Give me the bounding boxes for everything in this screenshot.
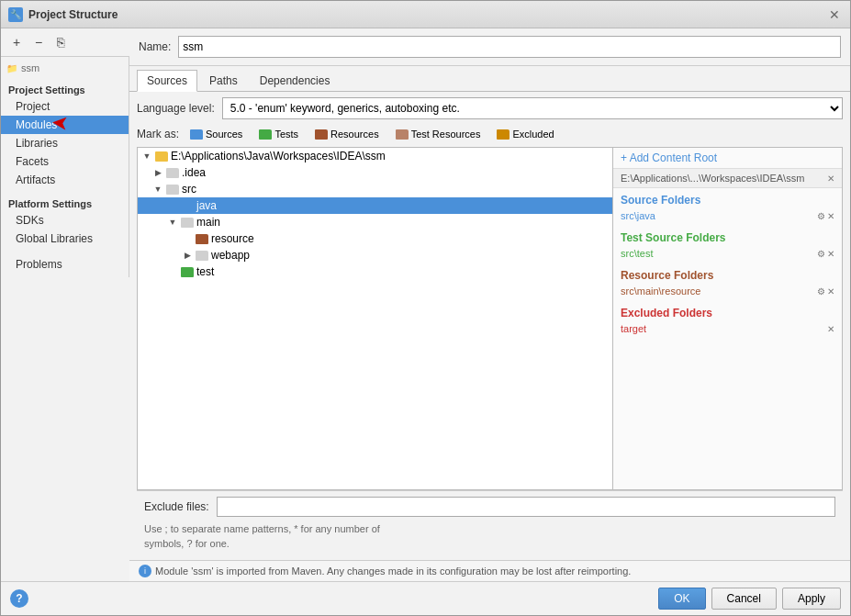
tree-resource-item[interactable]: resource	[138, 230, 612, 247]
test-folder-item: src\test ⚙ ✕	[621, 247, 834, 260]
main-content: + − ⎘ 📁 ssm Project Settings Project Mod…	[1, 28, 850, 581]
toggle-test[interactable]	[167, 266, 178, 277]
tab-dependencies[interactable]: Dependencies	[250, 70, 341, 91]
exclude-files-label: Exclude files:	[144, 500, 209, 513]
test-folder-icon	[181, 267, 194, 277]
mark-excluded-label: Excluded	[512, 129, 554, 140]
tab-paths[interactable]: Paths	[199, 70, 248, 91]
apply-button[interactable]: Apply	[782, 588, 841, 610]
remove-module-button[interactable]: −	[28, 32, 49, 52]
root-path-text: E:\Applications\...\Workspaces\IDEA\ssm	[621, 173, 804, 184]
mark-excluded-button[interactable]: Excluded	[491, 127, 559, 141]
tree-root-item[interactable]: ▼ E:\Applications\Java\Workspaces\IDEA\s…	[138, 148, 612, 164]
info-panel: + Add Content Root E:\Applications\...\W…	[613, 147, 843, 490]
mark-resources-label: Resources	[330, 129, 379, 140]
sidebar-item-libraries[interactable]: Libraries	[1, 134, 129, 152]
toggle-src[interactable]: ▼	[152, 184, 163, 195]
module-name-input[interactable]	[178, 36, 841, 58]
copy-module-button[interactable]: ⎘	[50, 32, 71, 52]
toggle-idea[interactable]: ▶	[152, 167, 163, 178]
remove-root-button[interactable]: ✕	[827, 174, 834, 184]
test-resources-folder-icon	[396, 129, 409, 140]
excluded-folders-title: Excluded Folders	[621, 307, 834, 319]
root-path-info: E:\Applications\...\Workspaces\IDEA\ssm …	[613, 169, 842, 188]
toggle-resource[interactable]	[182, 233, 193, 244]
sidebar-item-artifacts[interactable]: Artifacts	[1, 171, 129, 189]
sidebar-item-problems[interactable]: Problems	[1, 255, 129, 274]
info-bar: i Module 'ssm' is imported from Maven. A…	[129, 560, 850, 581]
tests-folder-icon	[259, 129, 272, 140]
toggle-webapp[interactable]: ▶	[182, 250, 193, 261]
sources-folder-icon	[190, 129, 203, 140]
file-tree[interactable]: ▼ E:\Applications\Java\Workspaces\IDEA\s…	[137, 147, 613, 490]
toggle-root[interactable]: ▼	[141, 151, 152, 162]
sidebar-item-sdks[interactable]: SDKs	[1, 211, 129, 230]
source-folder-actions: ⚙ ✕	[817, 211, 834, 221]
dialog-title: Project Structure	[28, 8, 118, 21]
close-button[interactable]: ✕	[826, 6, 843, 23]
source-folder-item: src\java ⚙ ✕	[621, 209, 834, 222]
mark-resources-button[interactable]: Resources	[309, 127, 385, 141]
mark-sources-button[interactable]: Sources	[185, 127, 248, 141]
mark-tests-label: Tests	[274, 129, 298, 140]
mark-as-label: Mark as:	[137, 128, 179, 140]
source-folder-props-button[interactable]: ⚙	[817, 211, 825, 221]
language-level-row: Language level: 5.0 - 'enum' keyword, ge…	[137, 97, 843, 119]
help-button[interactable]: ?	[10, 589, 28, 608]
split-area: ▼ E:\Applications\Java\Workspaces\IDEA\s…	[137, 147, 843, 490]
add-module-button[interactable]: +	[6, 32, 27, 52]
idea-label: .idea	[182, 166, 206, 179]
resource-label: resource	[211, 232, 254, 245]
main-folder-icon	[181, 218, 194, 228]
excluded-folder-actions: ✕	[827, 324, 834, 334]
mark-test-resources-button[interactable]: Test Resources	[390, 127, 487, 141]
cancel-button[interactable]: Cancel	[711, 588, 777, 610]
webapp-label: webapp	[211, 249, 250, 262]
tree-main-item[interactable]: ▼ main	[138, 214, 612, 230]
tree-src-item[interactable]: ▼ src	[138, 181, 612, 197]
source-folders-section: Source Folders src\java ⚙ ✕	[613, 188, 842, 226]
tree-java-item[interactable]: java	[138, 197, 612, 214]
sidebar-module-ssm[interactable]: 📁 ssm	[1, 61, 129, 75]
java-folder-icon	[181, 201, 194, 211]
exclude-files-input[interactable]	[217, 497, 835, 517]
project-structure-dialog: 🔧 Project Structure ✕ + − ⎘ 📁 ssm Projec…	[0, 0, 851, 616]
test-folder-props-button[interactable]: ⚙	[817, 249, 825, 259]
bottom-left: ?	[10, 589, 28, 608]
tree-idea-item[interactable]: ▶ .idea	[138, 164, 612, 181]
sidebar-item-modules[interactable]: Modules	[1, 116, 129, 134]
sidebar-wrapper: + − ⎘ 📁 ssm Project Settings Project Mod…	[1, 28, 129, 581]
toggle-main[interactable]: ▼	[167, 217, 178, 228]
resource-folder-props-button[interactable]: ⚙	[817, 286, 825, 297]
webapp-folder-icon	[196, 251, 208, 261]
ok-button[interactable]: OK	[658, 588, 705, 610]
excluded-folder-remove-button[interactable]: ✕	[827, 324, 834, 334]
module-panel: Sources Paths Dependencies Language leve…	[129, 66, 850, 581]
bottom-bar: ? OK Cancel Apply	[1, 581, 850, 615]
src-folder-icon	[166, 185, 179, 195]
tree-webapp-item[interactable]: ▶ webapp	[138, 247, 612, 263]
mark-tests-button[interactable]: Tests	[253, 127, 304, 141]
add-content-root-button[interactable]: + Add Content Root	[621, 151, 717, 164]
sidebar-item-global-libraries[interactable]: Global Libraries	[1, 230, 129, 248]
test-folder-actions: ⚙ ✕	[817, 249, 834, 259]
info-bar-message: Module 'ssm' is imported from Maven. Any…	[155, 566, 631, 577]
source-folder-remove-button[interactable]: ✕	[827, 211, 834, 221]
resource-folder-remove-button[interactable]: ✕	[827, 286, 834, 297]
test-folder-remove-button[interactable]: ✕	[827, 249, 834, 259]
java-label: java	[196, 199, 217, 212]
tree-test-item[interactable]: test	[138, 263, 612, 280]
platform-settings-header: Platform Settings	[1, 195, 129, 211]
sidebar-item-facets[interactable]: Facets	[1, 152, 129, 171]
sources-content: Language level: 5.0 - 'enum' keyword, ge…	[129, 92, 850, 560]
idea-folder-icon	[166, 168, 179, 178]
language-level-select[interactable]: 5.0 - 'enum' keyword, generics, autoboxi…	[222, 97, 843, 119]
mark-sources-label: Sources	[206, 129, 242, 140]
sidebar-item-project[interactable]: Project	[1, 97, 129, 116]
sidebar: 📁 ssm Project Settings Project Modules L…	[1, 57, 129, 277]
toggle-java[interactable]	[167, 200, 178, 211]
test-folder-path: src\test	[621, 248, 653, 259]
test-source-folders-title: Test Source Folders	[621, 231, 834, 244]
info-icon: i	[139, 565, 151, 577]
tab-sources[interactable]: Sources	[137, 70, 197, 92]
